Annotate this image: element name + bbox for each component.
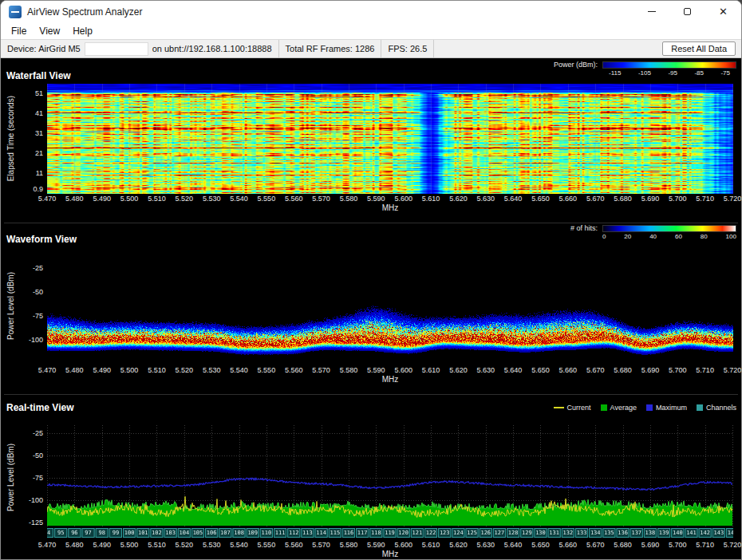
x-tick-label: 5.580 (340, 366, 358, 374)
x-tick-label: 5.550 (258, 195, 276, 203)
y-tick-label: -50 (33, 288, 43, 296)
x-tick-label: 5.550 (258, 366, 276, 374)
fps-segment: FPS: 26.5 (381, 40, 434, 57)
x-tick-label: 5.490 (93, 541, 111, 549)
waveform-title: Waveform View (6, 234, 77, 245)
menu-bar: FileViewHelp (1, 22, 741, 39)
realtime-panel: Real-time View CurrentAverageMaximumChan… (4, 394, 738, 559)
y-tick-label: -125 (29, 519, 43, 526)
x-tick-label: 5.680 (614, 541, 632, 549)
x-tick-label: 5.530 (203, 195, 221, 203)
x-tick-label: 5.540 (230, 366, 248, 374)
x-tick-label: 5.720 (724, 541, 741, 549)
legend-tick-label: 0 (602, 233, 606, 240)
reset-all-data-button[interactable]: Reset All Data (662, 41, 736, 56)
x-tick-label: 5.670 (586, 366, 605, 374)
x-tick-label: 5.600 (394, 541, 412, 549)
x-tick-label: 5.610 (422, 541, 440, 549)
rf-frames-segment: Total RF Frames: 1286 (279, 40, 382, 57)
x-tick-label: 5.700 (669, 541, 687, 549)
x-tick-label: 5.490 (93, 195, 111, 203)
x-tick-label: 5.720 (724, 366, 741, 374)
menu-item-view[interactable]: View (33, 24, 66, 38)
legend-item-channels: Channels (697, 404, 736, 412)
legend-item-label: Average (610, 404, 637, 412)
connection-label: on ubnt://192.168.1.100:18888 (152, 44, 272, 53)
x-tick-label: 5.470 (38, 541, 57, 549)
waterfall-chart (47, 84, 733, 194)
y-tick-label: -25 (33, 429, 43, 437)
menu-item-help[interactable]: Help (66, 24, 99, 38)
legend-item-average: Average (601, 404, 637, 412)
x-tick-label: 5.650 (531, 195, 550, 203)
power-gradient-bar (602, 61, 736, 69)
x-tick-label: 5.510 (148, 541, 166, 549)
device-field[interactable] (85, 42, 148, 56)
legend-tick-label: -105 (638, 69, 651, 77)
x-tick-label: 5.690 (641, 195, 660, 203)
maximize-button[interactable] (669, 1, 705, 22)
x-tick-label: 5.550 (258, 541, 276, 549)
x-tick-label: 5.480 (65, 195, 84, 203)
x-tick-label: 5.480 (65, 366, 84, 374)
power-legend: Power (dBm): -115-105-95-85-75 (554, 61, 736, 77)
legend-tick-label: -85 (694, 69, 704, 77)
hits-legend: # of hits: 020406080100 (570, 224, 736, 240)
x-tick-label: 5.600 (394, 366, 412, 374)
legend-tick-label: 80 (701, 233, 708, 240)
main-content: Waterfall View Power (dBm): -115-105-95-… (1, 58, 741, 559)
minimize-button[interactable] (633, 1, 669, 22)
waterfall-x-ticks: 5.4705.4805.4905.5005.5105.5205.5305.540… (47, 194, 733, 203)
maximum-swatch-icon (646, 404, 653, 411)
waterfall-x-axis-label: MHz (47, 203, 733, 215)
x-tick-label: 5.620 (449, 195, 468, 203)
hits-gradient-bar (602, 225, 736, 232)
realtime-legend: CurrentAverageMaximumChannels (554, 404, 736, 412)
y-tick-label: 11 (36, 169, 43, 177)
realtime-x-axis-label: MHz (47, 550, 733, 559)
x-tick-label: 5.600 (394, 195, 412, 203)
x-tick-label: 5.570 (312, 195, 330, 203)
y-tick-label: -50 (33, 452, 43, 459)
title-bar: AirView Spectrum Analyzer ✕ (1, 1, 741, 22)
waterfall-y-axis-label: Elapsed Time (seconds) (4, 84, 17, 194)
menu-item-file[interactable]: File (5, 24, 33, 38)
y-tick-label: -100 (29, 496, 43, 504)
y-tick-label: 0.9 (33, 185, 43, 193)
legend-tick-label: -115 (609, 69, 621, 77)
x-tick-label: 5.590 (367, 195, 385, 203)
x-tick-label: 5.570 (312, 541, 330, 549)
status-bar: Device: AirGrid M5 on ubnt://192.168.1.1… (1, 39, 741, 58)
fps-label: FPS: 26.5 (388, 44, 427, 53)
legend-tick-label: 40 (649, 233, 657, 240)
x-tick-label: 5.560 (285, 366, 303, 374)
x-tick-label: 5.530 (203, 366, 221, 374)
waterfall-title: Waterfall View (6, 70, 71, 81)
current-swatch-icon (554, 407, 564, 408)
x-tick-label: 5.470 (38, 195, 57, 203)
y-tick-label: 41 (35, 109, 43, 117)
y-tick-label: 21 (35, 149, 43, 157)
x-tick-label: 5.630 (476, 541, 495, 549)
app-icon (9, 6, 22, 18)
x-tick-label: 5.640 (504, 195, 523, 203)
power-legend-label: Power (dBm): (554, 61, 598, 69)
waveform-y-axis-label: Power Level (dBm) (4, 247, 17, 365)
legend-tick-label: -75 (720, 69, 730, 77)
waterfall-panel: Waterfall View Power (dBm): -115-105-95-… (4, 60, 738, 215)
waveform-panel: Waveform View # of hits: 020406080100 Po… (4, 223, 738, 386)
realtime-chart (47, 416, 733, 540)
legend-tick-label: -95 (668, 69, 677, 77)
waveform-x-axis-label: MHz (47, 375, 733, 386)
x-tick-label: 5.610 (422, 366, 440, 374)
x-tick-label: 5.700 (669, 195, 687, 203)
legend-item-label: Current (567, 404, 591, 412)
x-tick-label: 5.610 (422, 195, 440, 203)
legend-item-current: Current (554, 404, 591, 412)
maximize-icon (684, 8, 691, 15)
waveform-chart (47, 247, 733, 365)
channels-swatch-icon (697, 404, 703, 411)
x-tick-label: 5.540 (230, 195, 248, 203)
legend-tick-label: 60 (675, 233, 682, 240)
close-button[interactable]: ✕ (705, 1, 741, 22)
